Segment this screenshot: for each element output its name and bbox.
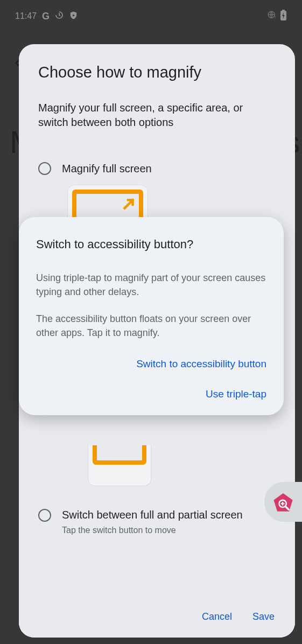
- switch-to-accessibility-button[interactable]: Switch to accessibility button: [136, 358, 266, 370]
- radio-icon: [38, 162, 51, 175]
- use-triple-tap-button[interactable]: Use triple-tap: [206, 388, 266, 400]
- radio-icon: [38, 509, 51, 522]
- preview-partial-bottom: [88, 445, 151, 486]
- page-subtitle: Magnify your full screen, a specific are…: [38, 101, 276, 130]
- dialog-body-2: The accessibility button floats on your …: [36, 312, 266, 340]
- cancel-button[interactable]: Cancel: [202, 611, 232, 622]
- option-label: Switch between full and partial screen: [62, 508, 243, 522]
- option-full-screen[interactable]: Magnify full screen: [38, 162, 276, 175]
- page-title: Choose how to magnify: [38, 64, 276, 81]
- save-button[interactable]: Save: [252, 611, 275, 622]
- option-label: Magnify full screen: [62, 163, 152, 175]
- sheet-footer: Cancel Save: [19, 596, 295, 638]
- option-sub: Tap the switch button to move: [62, 526, 276, 535]
- option-switch-mode[interactable]: Switch between full and partial screen: [38, 508, 276, 522]
- dialog-title: Switch to accessibility button?: [36, 237, 266, 251]
- magnify-pentagon-icon: [272, 491, 294, 513]
- dialog-body-1: Using triple-tap to magnify part of your…: [36, 271, 266, 299]
- switch-accessibility-dialog: Switch to accessibility button? Using tr…: [19, 217, 284, 415]
- accessibility-fab[interactable]: [264, 482, 302, 522]
